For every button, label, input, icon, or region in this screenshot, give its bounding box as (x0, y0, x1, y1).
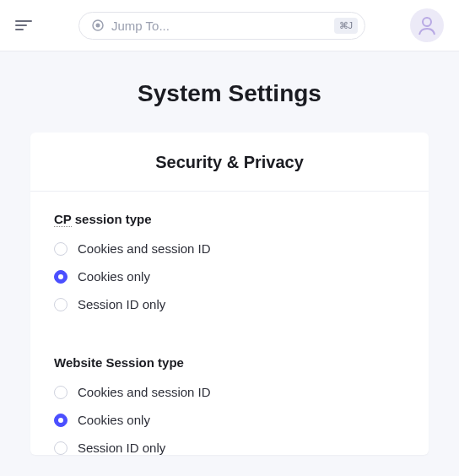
radio-group: Cookies and session ID Cookies only Sess… (54, 385, 405, 455)
radio-group: Cookies and session ID Cookies only Sess… (54, 241, 405, 311)
radio-label: Session ID only (78, 297, 165, 311)
radio-option[interactable]: Session ID only (54, 441, 405, 455)
page-title: System Settings (0, 80, 459, 107)
settings-card: Security & Privacy CP session type Cooki… (30, 133, 429, 455)
field-label: CP session type (54, 212, 405, 226)
cp-session-type-section: CP session type Cookies and session ID C… (30, 192, 429, 311)
svg-point-1 (96, 24, 100, 28)
radio-option[interactable]: Cookies and session ID (54, 241, 405, 256)
search-input[interactable] (111, 19, 327, 33)
target-icon (91, 19, 105, 32)
user-icon (416, 14, 438, 36)
radio-label: Cookies only (78, 413, 150, 427)
card-title: Security & Privacy (30, 153, 429, 172)
radio-option[interactable]: Cookies only (54, 269, 405, 284)
radio-label: Cookies only (78, 269, 150, 284)
svg-point-2 (423, 18, 431, 26)
radio-indicator (54, 298, 68, 311)
radio-indicator (54, 441, 68, 455)
radio-option[interactable]: Session ID only (54, 297, 405, 311)
app-header: ⌘J (0, 0, 459, 51)
radio-option[interactable]: Cookies only (54, 413, 405, 427)
radio-indicator (54, 414, 68, 427)
menu-icon[interactable] (15, 20, 34, 30)
radio-indicator (54, 270, 68, 284)
cp-abbr: CP (54, 212, 72, 227)
radio-option[interactable]: Cookies and session ID (54, 385, 405, 399)
radio-indicator (54, 386, 68, 399)
search-shortcut: ⌘J (334, 18, 359, 34)
card-header: Security & Privacy (30, 133, 429, 192)
radio-indicator (54, 242, 68, 256)
search-field[interactable]: ⌘J (78, 12, 365, 40)
avatar[interactable] (410, 8, 444, 42)
field-label: Website Session type (54, 355, 405, 370)
radio-label: Cookies and session ID (78, 241, 211, 256)
radio-label: Cookies and session ID (78, 385, 211, 399)
website-session-type-section: Website Session type Cookies and session… (30, 335, 429, 455)
radio-label: Session ID only (78, 441, 165, 455)
field-label-text: session type (72, 212, 152, 226)
search-container: ⌘J (49, 12, 395, 40)
